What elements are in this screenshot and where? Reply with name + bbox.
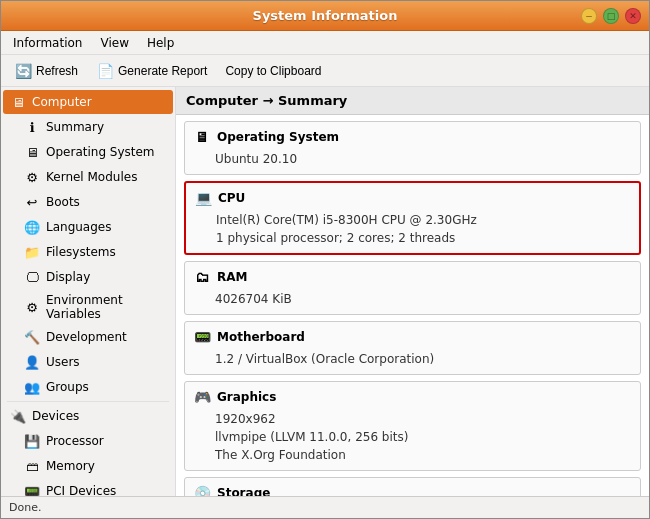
sidebar-item-users[interactable]: 👤 Users <box>3 350 173 374</box>
sidebar-item-devices[interactable]: 🔌 Devices <box>3 404 173 428</box>
panel-breadcrumb: Computer → Summary <box>176 87 649 115</box>
os-card-body: Ubuntu 20.10 <box>185 148 640 174</box>
development-icon: 🔨 <box>23 328 41 346</box>
users-icon: 👤 <box>23 353 41 371</box>
cpu-card-icon: 💻 <box>194 189 212 207</box>
os-card: 🖥 Operating System Ubuntu 20.10 <box>184 121 641 175</box>
kernel-icon: ⚙ <box>23 168 41 186</box>
sidebar-item-filesystems[interactable]: 📁 Filesystems <box>3 240 173 264</box>
status-text: Done. <box>9 501 41 514</box>
os-card-header: 🖥 Operating System <box>185 122 640 148</box>
motherboard-card-icon: 📟 <box>193 328 211 346</box>
window-controls: − □ ✕ <box>581 8 641 24</box>
sidebar-item-display[interactable]: 🖵 Display <box>3 265 173 289</box>
storage-card: 💿 Storage VBOX CD-ROM ATA VBOX HARDDISK <box>184 477 641 496</box>
maximize-button[interactable]: □ <box>603 8 619 24</box>
filesystems-icon: 📁 <box>23 243 41 261</box>
sidebar-item-groups[interactable]: 👥 Groups <box>3 375 173 399</box>
ram-card: 🗂 RAM 4026704 KiB <box>184 261 641 315</box>
graphics-card: 🎮 Graphics 1920x962 llvmpipe (LLVM 11.0.… <box>184 381 641 471</box>
graphics-card-header: 🎮 Graphics <box>185 382 640 408</box>
statusbar: Done. <box>1 496 649 518</box>
menu-help[interactable]: Help <box>139 34 182 52</box>
window-title: System Information <box>69 8 581 23</box>
sidebar-item-kernel-modules[interactable]: ⚙ Kernel Modules <box>3 165 173 189</box>
toolbar: 🔄 Refresh 📄 Generate Report Copy to Clip… <box>1 55 649 87</box>
sidebar-item-memory[interactable]: 🗃 Memory <box>3 454 173 478</box>
close-button[interactable]: ✕ <box>625 8 641 24</box>
refresh-button[interactable]: 🔄 Refresh <box>7 58 85 84</box>
boots-icon: ↩ <box>23 193 41 211</box>
env-icon: ⚙ <box>23 298 41 316</box>
sidebar-item-processor[interactable]: 💾 Processor <box>3 429 173 453</box>
groups-icon: 👥 <box>23 378 41 396</box>
cpu-card-body: Intel(R) Core(TM) i5-8300H CPU @ 2.30GHz… <box>186 209 639 253</box>
motherboard-card: 📟 Motherboard 1.2 / VirtualBox (Oracle C… <box>184 321 641 375</box>
devices-icon: 🔌 <box>9 407 27 425</box>
generate-report-button[interactable]: 📄 Generate Report <box>89 58 214 84</box>
ram-card-header: 🗂 RAM <box>185 262 640 288</box>
sidebar-item-pci-devices[interactable]: 📟 PCI Devices <box>3 479 173 496</box>
minimize-button[interactable]: − <box>581 8 597 24</box>
cpu-card: 💻 CPU Intel(R) Core(TM) i5-8300H CPU @ 2… <box>184 181 641 255</box>
menu-information[interactable]: Information <box>5 34 90 52</box>
os-icon: 🖥 <box>23 143 41 161</box>
sidebar-item-languages[interactable]: 🌐 Languages <box>3 215 173 239</box>
memory-icon: 🗃 <box>23 457 41 475</box>
ram-card-body: 4026704 KiB <box>185 288 640 314</box>
ram-card-icon: 🗂 <box>193 268 211 286</box>
sidebar-item-operating-system[interactable]: 🖥 Operating System <box>3 140 173 164</box>
summary-icon: ℹ <box>23 118 41 136</box>
languages-icon: 🌐 <box>23 218 41 236</box>
storage-card-icon: 💿 <box>193 484 211 496</box>
storage-card-header: 💿 Storage <box>185 478 640 496</box>
titlebar: System Information − □ ✕ <box>1 1 649 31</box>
main-window: System Information − □ ✕ Information Vie… <box>0 0 650 519</box>
menu-view[interactable]: View <box>92 34 136 52</box>
sidebar-item-boots[interactable]: ↩ Boots <box>3 190 173 214</box>
sidebar-item-summary[interactable]: ℹ Summary <box>3 115 173 139</box>
main-panel: Computer → Summary 🖥 Operating System Ub… <box>176 87 649 496</box>
os-card-icon: 🖥 <box>193 128 211 146</box>
copy-clipboard-button[interactable]: Copy to Clipboard <box>218 60 328 82</box>
content-area: 🖥 Computer ℹ Summary 🖥 Operating System … <box>1 87 649 496</box>
sidebar-item-development[interactable]: 🔨 Development <box>3 325 173 349</box>
motherboard-card-body: 1.2 / VirtualBox (Oracle Corporation) <box>185 348 640 374</box>
pci-icon: 📟 <box>23 482 41 496</box>
graphics-card-icon: 🎮 <box>193 388 211 406</box>
processor-icon: 💾 <box>23 432 41 450</box>
report-icon: 📄 <box>96 62 114 80</box>
sidebar-item-computer[interactable]: 🖥 Computer <box>3 90 173 114</box>
motherboard-card-header: 📟 Motherboard <box>185 322 640 348</box>
computer-icon: 🖥 <box>9 93 27 111</box>
cpu-card-header: 💻 CPU <box>186 183 639 209</box>
display-icon: 🖵 <box>23 268 41 286</box>
sidebar-divider <box>7 401 169 402</box>
refresh-icon: 🔄 <box>14 62 32 80</box>
sidebar-item-env-vars[interactable]: ⚙ Environment Variables <box>3 290 173 324</box>
menubar: Information View Help <box>1 31 649 55</box>
sidebar: 🖥 Computer ℹ Summary 🖥 Operating System … <box>1 87 176 496</box>
graphics-card-body: 1920x962 llvmpipe (LLVM 11.0.0, 256 bits… <box>185 408 640 470</box>
